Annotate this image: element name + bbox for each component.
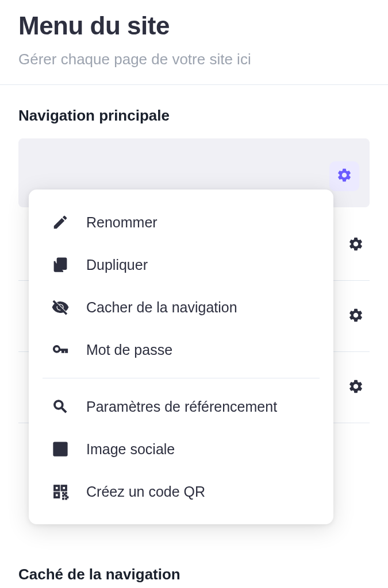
page-header: Menu du site Gérer chaque page de votre … [0, 0, 388, 85]
menu-item-hide[interactable]: Cacher de la navigation [29, 286, 333, 328]
qr-icon [52, 483, 69, 500]
hide-icon [52, 299, 69, 316]
svg-rect-1 [54, 443, 67, 456]
settings-button[interactable] [347, 378, 365, 397]
settings-button[interactable] [329, 161, 359, 191]
gear-icon [336, 167, 352, 185]
page-title: Menu du site [18, 11, 370, 40]
menu-item-duplicate[interactable]: Dupliquer [29, 243, 333, 286]
context-menu: Renommer Dupliquer Cacher de la navigati… [29, 189, 333, 524]
hidden-section-title: Caché de la navigation [0, 556, 199, 588]
menu-item-password[interactable]: Mot de passe [29, 328, 333, 371]
section-title: Navigation principale [0, 85, 388, 138]
menu-item-social-image[interactable]: Image sociale [29, 428, 333, 470]
search-icon [52, 398, 69, 415]
image-icon [52, 440, 69, 458]
copy-icon [52, 256, 69, 273]
menu-item-seo[interactable]: Paramètres de référencement [29, 385, 333, 428]
menu-item-rename[interactable]: Renommer [29, 201, 333, 243]
menu-item-qr[interactable]: Créez un code QR [29, 470, 333, 513]
menu-label: Paramètres de référencement [86, 399, 277, 415]
menu-label: Cacher de la navigation [86, 299, 237, 316]
menu-divider [43, 378, 320, 378]
settings-button[interactable] [347, 307, 365, 326]
menu-label: Créez un code QR [86, 483, 205, 500]
gear-icon [348, 378, 364, 397]
settings-button[interactable] [347, 236, 365, 254]
key-icon [52, 341, 69, 358]
gear-icon [348, 236, 364, 254]
page-subtitle: Gérer chaque page de votre site ici [18, 51, 370, 68]
edit-icon [52, 214, 69, 231]
menu-label: Mot de passe [86, 342, 172, 358]
menu-label: Renommer [86, 214, 157, 231]
menu-label: Image sociale [86, 441, 175, 458]
gear-icon [348, 307, 364, 326]
menu-label: Dupliquer [86, 257, 148, 273]
